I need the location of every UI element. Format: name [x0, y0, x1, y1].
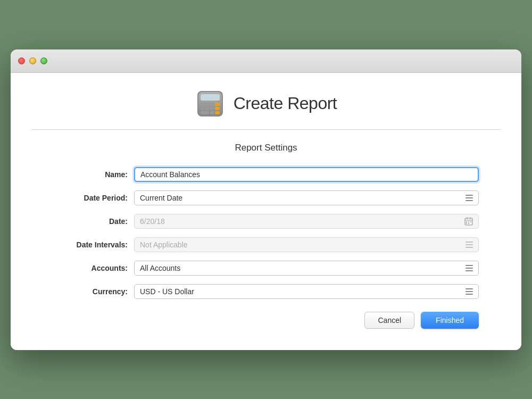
date-intervals-value: Not Applicable: [140, 240, 188, 249]
svg-rect-6: [215, 103, 220, 106]
date-intervals-row: Date Intervals: Not Applicable: [53, 237, 479, 252]
currency-menu-icon: [466, 288, 473, 295]
svg-rect-11: [201, 111, 209, 114]
svg-rect-18: [466, 221, 467, 222]
date-intervals-select[interactable]: Not Applicable: [134, 237, 479, 252]
currency-label: Currency:: [53, 287, 128, 296]
svg-rect-5: [210, 103, 214, 106]
date-value: 6/20/18: [140, 217, 460, 226]
date-period-select[interactable]: Current Date: [134, 190, 479, 205]
close-button[interactable]: [18, 57, 25, 64]
titlebar: [11, 49, 521, 73]
currency-row: Currency: USD - US Dollar: [53, 284, 479, 299]
svg-rect-3: [201, 103, 204, 106]
name-input[interactable]: [134, 167, 479, 182]
finished-button[interactable]: Finished: [421, 312, 479, 329]
date-period-value: Current Date: [140, 194, 182, 202]
window-content: Create Report Report Settings Name: Date…: [11, 73, 521, 350]
calendar-icon: [464, 217, 473, 226]
svg-rect-21: [466, 223, 467, 224]
date-intervals-label: Date Intervals:: [53, 240, 128, 249]
form: Name: Date Period: Current Date Date: 6/…: [32, 167, 500, 299]
svg-rect-20: [470, 221, 471, 222]
date-input[interactable]: 6/20/18: [134, 214, 479, 229]
svg-rect-7: [201, 107, 204, 110]
svg-rect-2: [201, 94, 220, 101]
button-row: Cancel Finished: [32, 299, 500, 334]
accounts-row: Accounts: All Accounts: [53, 261, 479, 276]
svg-rect-4: [205, 103, 209, 106]
svg-rect-8: [205, 107, 209, 110]
header-title: Create Report: [234, 94, 337, 113]
header: Create Report: [32, 89, 500, 130]
accounts-menu-icon: [466, 265, 473, 271]
date-row: Date: 6/20/18: [53, 214, 479, 229]
traffic-lights: [18, 57, 47, 64]
date-label: Date:: [53, 217, 128, 226]
svg-rect-13: [215, 111, 220, 114]
svg-rect-12: [210, 111, 214, 114]
date-intervals-menu-icon: [466, 242, 473, 248]
maximize-button[interactable]: [40, 57, 47, 64]
date-period-menu-icon: [466, 195, 473, 201]
accounts-label: Accounts:: [53, 264, 128, 272]
section-title: Report Settings: [32, 143, 500, 153]
date-period-label: Date Period:: [53, 194, 128, 202]
date-period-row: Date Period: Current Date: [53, 190, 479, 205]
name-label: Name:: [53, 170, 128, 179]
svg-rect-9: [210, 107, 214, 110]
main-window: Create Report Report Settings Name: Date…: [11, 49, 521, 350]
svg-rect-19: [468, 221, 469, 222]
svg-rect-10: [215, 107, 220, 110]
currency-value: USD - US Dollar: [140, 287, 194, 296]
accounts-value: All Accounts: [140, 264, 180, 272]
cancel-button[interactable]: Cancel: [364, 312, 414, 329]
accounts-select[interactable]: All Accounts: [134, 261, 479, 276]
currency-select[interactable]: USD - US Dollar: [134, 284, 479, 299]
minimize-button[interactable]: [29, 57, 36, 64]
name-row: Name:: [53, 167, 479, 182]
calculator-icon: [195, 89, 225, 119]
svg-rect-22: [468, 223, 469, 224]
